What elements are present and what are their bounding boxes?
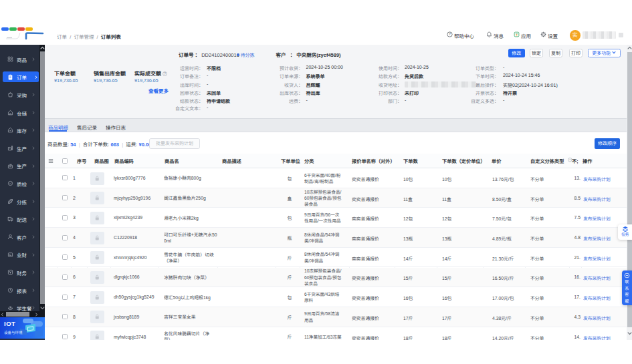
svg-text:?: ? bbox=[449, 32, 451, 36]
svg-text:?: ? bbox=[569, 158, 571, 162]
